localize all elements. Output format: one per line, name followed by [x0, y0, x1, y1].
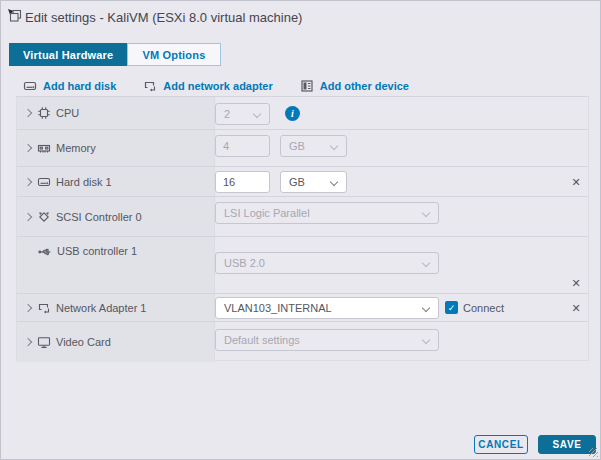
remove-network-adapter-button[interactable]: ✕ [569, 301, 583, 315]
usb-version-select: USB 2.0 [215, 252, 439, 274]
scsi-type-select: LSI Logic Parallel [215, 202, 439, 224]
remove-icon: ✕ [571, 176, 580, 189]
toolbar-label: Add hard disk [43, 80, 116, 92]
tab-label: Virtual Hardware [23, 49, 113, 61]
expand-chevron-icon[interactable] [24, 109, 32, 117]
memory-size-input [215, 135, 270, 157]
tab-label: VM Options [142, 49, 205, 61]
toolbar-label: Add other device [320, 80, 409, 92]
row-hard-disk: Hard disk 1 GB ✕ [17, 167, 588, 197]
tab-virtual-hardware[interactable]: Virtual Hardware [9, 43, 127, 66]
cpu-icon [37, 106, 51, 120]
tab-bar: Virtual Hardware VM Options [9, 43, 221, 66]
check-icon: ✓ [448, 303, 456, 313]
device-toolbar: Add hard disk Add network adapter Add ot… [23, 79, 409, 93]
scsi-controller-icon [37, 210, 51, 224]
hard-disk-size-input[interactable] [215, 171, 270, 193]
row-video-card: Video Card Default settings [17, 322, 588, 362]
vm-icon [7, 8, 22, 23]
tab-vm-options[interactable]: VM Options [127, 43, 220, 66]
remove-usb-controller-button[interactable]: ✕ [569, 276, 583, 290]
row-label: Network Adapter 1 [56, 302, 147, 314]
memory-unit-select: GB [280, 135, 347, 157]
row-network-adapter: Network Adapter 1 VLAN103_INTERNAL ✓ Con… [17, 294, 588, 322]
memory-icon [37, 141, 51, 155]
row-label: SCSI Controller 0 [56, 211, 142, 223]
cpu-count-select: 2 [215, 103, 270, 125]
edit-settings-dialog: Edit settings - KaliVM (ESXi 8.0 virtual… [0, 0, 601, 460]
remove-icon: ✕ [571, 302, 580, 315]
row-usb-controller: USB controller 1 USB 2.0 ✕ [17, 237, 588, 294]
expand-chevron-icon[interactable] [24, 177, 32, 185]
dialog-title: Edit settings - KaliVM (ESXi 8.0 virtual… [25, 10, 302, 25]
cancel-button[interactable]: CANCEL [474, 435, 528, 454]
add-hard-disk-button[interactable]: Add hard disk [23, 79, 116, 93]
row-memory: Memory GB [17, 130, 588, 167]
video-settings-select: Default settings [215, 329, 439, 351]
row-label: CPU [56, 107, 79, 119]
network-adapter-icon [37, 301, 51, 315]
row-label: Video Card [56, 336, 111, 348]
row-cpu: CPU 2 i [17, 97, 588, 130]
network-adapter-icon [143, 79, 157, 93]
hardware-table: CPU 2 i Memory GB [16, 96, 589, 361]
expand-chevron-icon[interactable] [24, 144, 32, 152]
row-scsi-controller: SCSI Controller 0 LSI Logic Parallel [17, 197, 588, 237]
add-network-adapter-button[interactable]: Add network adapter [143, 79, 272, 93]
connect-checkbox[interactable]: ✓ [445, 301, 458, 314]
hard-disk-unit-select[interactable]: GB [280, 171, 347, 193]
save-button[interactable]: SAVE [538, 435, 596, 454]
row-label: Hard disk 1 [56, 176, 112, 188]
hard-disk-icon [37, 175, 51, 189]
video-card-icon [37, 335, 51, 349]
toolbar-label: Add network adapter [163, 80, 272, 92]
info-icon[interactable]: i [285, 106, 300, 121]
row-label: USB controller 1 [57, 245, 137, 257]
resize-grip[interactable] [589, 448, 598, 457]
usb-icon [38, 245, 52, 259]
expand-chevron-icon[interactable] [24, 303, 32, 311]
other-device-icon [300, 79, 314, 93]
add-other-device-button[interactable]: Add other device [300, 79, 409, 93]
remove-hard-disk-button[interactable]: ✕ [569, 175, 583, 189]
connect-label: Connect [463, 302, 504, 314]
network-portgroup-select[interactable]: VLAN103_INTERNAL [215, 297, 439, 319]
remove-icon: ✕ [571, 277, 580, 290]
row-label: Memory [56, 142, 96, 154]
expand-chevron-icon[interactable] [24, 338, 32, 346]
hard-disk-icon [23, 79, 37, 93]
expand-chevron-icon[interactable] [24, 212, 32, 220]
